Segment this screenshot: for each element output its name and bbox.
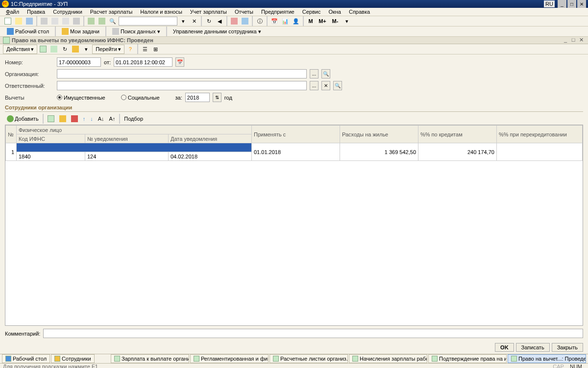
task-payslips[interactable]: Расчетные листки организ... bbox=[270, 354, 348, 363]
undo-icon[interactable] bbox=[86, 16, 96, 26]
doc-minimize-button[interactable]: _ bbox=[562, 37, 569, 44]
cell-recredit-pct[interactable] bbox=[497, 143, 583, 161]
col-credit-pct[interactable]: %% по кредитам bbox=[418, 126, 497, 143]
menu-reports[interactable]: Отчеты bbox=[232, 8, 256, 16]
table-row[interactable]: 1 01.01.2018 1 369 542,50 240 174,70 bbox=[6, 143, 583, 152]
ok-button[interactable]: OK bbox=[495, 343, 514, 352]
menu-employees[interactable]: Сотрудники bbox=[50, 8, 85, 16]
panel1-icon[interactable] bbox=[229, 16, 239, 26]
col-housing[interactable]: Расходы на жилье bbox=[340, 126, 418, 143]
responsible-clear-icon[interactable]: ✕ bbox=[321, 81, 330, 90]
number-field[interactable]: 17-00000003 bbox=[57, 57, 101, 67]
task-confirmation[interactable]: Подтверждение права на и... bbox=[428, 354, 507, 363]
year-spinner-icon[interactable]: ⇅ bbox=[213, 93, 221, 102]
org-field[interactable] bbox=[57, 69, 307, 79]
post-icon[interactable] bbox=[38, 44, 48, 54]
radio-social[interactable]: Социальные bbox=[121, 95, 160, 101]
radio-property[interactable]: Имущественные bbox=[57, 95, 105, 101]
task-regulated[interactable]: Регламентированная и фин... bbox=[190, 354, 269, 363]
col-recredit-pct[interactable]: %% при перекредитовании bbox=[497, 126, 583, 143]
comment-field[interactable] bbox=[43, 329, 583, 338]
expand-icon[interactable]: ⊞ bbox=[151, 44, 161, 54]
col-person[interactable]: Физическое лицо bbox=[17, 126, 252, 134]
menu-salary[interactable]: Расчет зарплаты bbox=[87, 8, 136, 16]
menu-windows[interactable]: Окна bbox=[325, 8, 344, 16]
print-icon[interactable] bbox=[72, 16, 81, 26]
move-down-icon[interactable]: ↓ bbox=[88, 115, 95, 123]
task-payroll[interactable]: Зарплата к выплате органи... bbox=[111, 354, 189, 363]
find-icon[interactable]: 🔍 bbox=[108, 16, 118, 26]
cell-housing[interactable]: 1 369 542,50 bbox=[340, 143, 418, 161]
redo-icon[interactable] bbox=[97, 16, 107, 26]
menu-file[interactable]: Файл bbox=[3, 8, 22, 16]
add-row-button[interactable]: Добавить bbox=[5, 114, 41, 123]
responsible-search-icon[interactable]: 🔍 bbox=[333, 81, 342, 90]
responsible-select-button[interactable]: ... bbox=[310, 81, 318, 90]
info-icon[interactable]: ⓘ bbox=[255, 16, 265, 26]
menu-help[interactable]: Справка bbox=[346, 8, 373, 16]
doc-close-button[interactable]: ✕ bbox=[577, 37, 585, 44]
list-icon[interactable]: ☰ bbox=[140, 44, 150, 54]
toolbar-search-input[interactable] bbox=[119, 17, 177, 26]
close-button[interactable]: ✕ bbox=[577, 0, 586, 8]
open-icon[interactable] bbox=[14, 16, 24, 26]
year-field[interactable]: 2018 bbox=[185, 93, 210, 102]
close-search-icon[interactable]: ✕ bbox=[189, 16, 199, 26]
tab-employee-data[interactable]: Управление данными сотрудника▾ bbox=[169, 27, 265, 36]
structure-icon[interactable] bbox=[71, 44, 80, 54]
sort-desc-icon[interactable]: A↑ bbox=[107, 115, 117, 123]
col-num[interactable]: № bbox=[6, 126, 17, 143]
task-desktop[interactable]: Рабочий стол bbox=[2, 354, 50, 363]
save-doc-icon[interactable] bbox=[49, 44, 59, 54]
cell-credit-pct[interactable]: 240 174,70 bbox=[418, 143, 497, 161]
menu-taxes[interactable]: Налоги и взносы bbox=[137, 8, 185, 16]
delete-row-icon[interactable] bbox=[69, 114, 80, 123]
save-icon[interactable] bbox=[24, 16, 34, 26]
move-up-icon[interactable]: ↑ bbox=[81, 115, 88, 123]
select-button[interactable]: Подбор bbox=[122, 115, 145, 123]
memory-mminus[interactable]: M- bbox=[329, 16, 341, 26]
task-employees[interactable]: Сотрудники bbox=[51, 354, 95, 363]
col-apply-from[interactable]: Применять с bbox=[252, 126, 340, 143]
close-button[interactable]: Закрыть bbox=[552, 343, 583, 352]
sort-asc-icon[interactable]: A↓ bbox=[96, 115, 106, 123]
cut-icon[interactable] bbox=[39, 16, 49, 26]
cell-person[interactable] bbox=[17, 143, 252, 152]
tab-tasks[interactable]: Мои задачи bbox=[58, 26, 103, 36]
col-notif-date[interactable]: Дата уведомления bbox=[169, 134, 252, 143]
calc-icon[interactable]: 📅 bbox=[270, 16, 279, 26]
date-field[interactable]: 01.01.2018 12:00:02 bbox=[114, 57, 172, 67]
goto-button[interactable]: Перейти▾ bbox=[92, 45, 124, 54]
refresh-doc-icon[interactable]: ↻ bbox=[60, 44, 70, 54]
minimize-button[interactable]: _ bbox=[558, 0, 566, 8]
language-indicator[interactable]: RU bbox=[544, 0, 555, 7]
tree-icon[interactable]: ▾ bbox=[81, 44, 91, 54]
tab-search[interactable]: Поиск данных▾ bbox=[108, 26, 164, 36]
col-ifns-code[interactable]: Код ИФНС bbox=[17, 134, 85, 143]
paste-icon[interactable] bbox=[61, 16, 71, 26]
employees-grid[interactable]: № Физическое лицо Применять с Расходы на… bbox=[5, 125, 583, 326]
menu-accounting[interactable]: Учет зарплаты bbox=[187, 8, 230, 16]
col-notif-num[interactable]: № уведомления bbox=[85, 134, 169, 143]
help-icon[interactable]: ? bbox=[125, 44, 135, 54]
calendar-icon[interactable]: 📊 bbox=[280, 16, 290, 26]
doc-restore-button[interactable]: □ bbox=[569, 37, 577, 44]
save-button[interactable]: Записать bbox=[516, 343, 550, 352]
org-search-icon[interactable]: 🔍 bbox=[321, 69, 330, 79]
cell-notif-date[interactable]: 04.02.2018 bbox=[169, 152, 252, 161]
org-select-button[interactable]: ... bbox=[310, 69, 318, 79]
cell-notif-num[interactable]: 124 bbox=[85, 152, 169, 161]
task-accruals[interactable]: Начисления зарплаты рабо... bbox=[349, 354, 427, 363]
new-icon[interactable] bbox=[3, 16, 13, 26]
menu-enterprise[interactable]: Предприятие bbox=[258, 8, 297, 16]
responsible-field[interactable] bbox=[57, 81, 307, 90]
search-dropdown-icon[interactable]: ▾ bbox=[178, 16, 188, 26]
refresh-icon[interactable]: ↻ bbox=[204, 16, 214, 26]
task-deduction-right[interactable]: Право на вычет...: Проведен bbox=[508, 354, 586, 363]
panel2-icon[interactable] bbox=[240, 16, 250, 26]
actions-button[interactable]: Действия▾ bbox=[3, 45, 37, 54]
tool-dropdown-icon[interactable]: ▾ bbox=[342, 16, 352, 26]
cell-ifns[interactable]: 1840 bbox=[17, 152, 85, 161]
copy-row-icon[interactable] bbox=[46, 114, 56, 123]
back-icon[interactable]: ◀ bbox=[215, 16, 224, 26]
